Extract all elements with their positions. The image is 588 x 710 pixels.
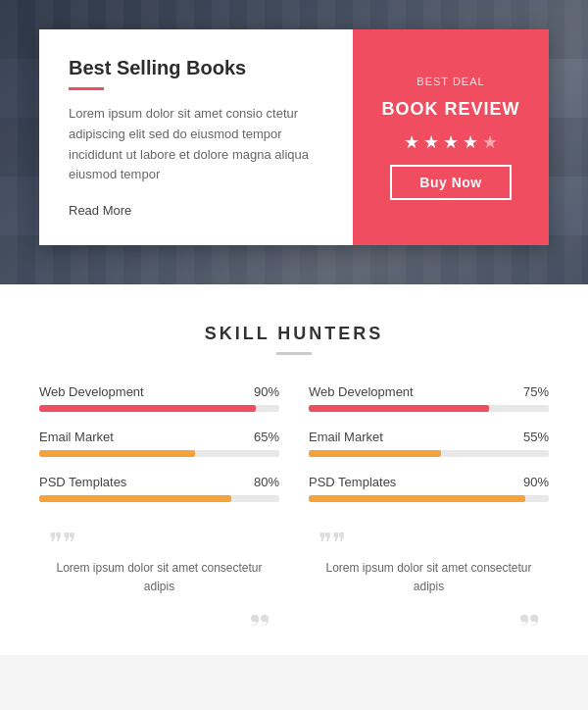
skill-header: PSD Templates 90% bbox=[309, 475, 549, 489]
skills-left-column: Web Development 90% Email Market 65% P bbox=[39, 384, 279, 520]
skill-item: Email Market 55% bbox=[309, 430, 549, 457]
testimonial-left: ❞❞ Lorem ipsum dolor sit amet consectetu… bbox=[39, 530, 279, 626]
quote-open-icon: ❞❞ bbox=[318, 530, 539, 555]
skill-bar-fill bbox=[39, 495, 231, 502]
skills-grid: Web Development 90% Email Market 65% P bbox=[39, 384, 549, 520]
skill-name: PSD Templates bbox=[39, 475, 126, 489]
skill-percent: 90% bbox=[254, 384, 279, 399]
skill-percent: 80% bbox=[254, 475, 279, 489]
star-rating: ★ ★ ★ ★ ★ bbox=[404, 131, 498, 153]
skill-name: PSD Templates bbox=[309, 475, 396, 489]
skill-item: PSD Templates 90% bbox=[309, 475, 549, 502]
quote-open-icon: ❞❞ bbox=[49, 530, 270, 555]
hero-card: Best Selling Books Lorem ipsum dolor sit… bbox=[39, 29, 549, 245]
testimonial-text: Lorem ipsum dolor sit amet consectetur a… bbox=[49, 559, 270, 596]
buy-now-button[interactable]: Buy Now bbox=[390, 165, 511, 200]
quote-close-icon: ❟❟ bbox=[49, 600, 270, 626]
star-3: ★ bbox=[443, 131, 459, 153]
skill-bar-bg bbox=[39, 450, 279, 457]
testimonial-right: ❞❞ Lorem ipsum dolor sit amet consectetu… bbox=[309, 530, 549, 626]
card-title-underline bbox=[69, 87, 104, 90]
star-1: ★ bbox=[404, 131, 419, 153]
star-5-empty: ★ bbox=[482, 131, 498, 153]
skill-bar-fill bbox=[39, 450, 195, 457]
skill-name: Email Market bbox=[39, 430, 114, 444]
skill-bar-fill bbox=[309, 450, 441, 457]
skill-item: Web Development 75% bbox=[309, 384, 549, 412]
skill-header: Email Market 55% bbox=[309, 430, 549, 444]
section-divider bbox=[276, 352, 312, 355]
skill-item: Web Development 90% bbox=[39, 384, 279, 412]
section-title: SKILL HUNTERS bbox=[39, 324, 549, 344]
skill-header: Web Development 90% bbox=[39, 384, 279, 399]
skill-name: Web Development bbox=[39, 384, 144, 399]
star-4: ★ bbox=[463, 131, 478, 153]
skill-bar-fill bbox=[39, 405, 256, 412]
skill-bar-bg bbox=[39, 495, 279, 502]
skill-name: Email Market bbox=[309, 430, 383, 444]
skill-item: PSD Templates 80% bbox=[39, 475, 279, 502]
skill-percent: 75% bbox=[523, 384, 549, 399]
skill-percent: 55% bbox=[523, 430, 549, 444]
card-description: Lorem ipsum dolor sit amet consio ctetur… bbox=[69, 104, 323, 193]
skills-right-column: Web Development 75% Email Market 55% P bbox=[309, 384, 549, 520]
skill-header: Web Development 75% bbox=[309, 384, 549, 399]
hero-section: Best Selling Books Lorem ipsum dolor sit… bbox=[0, 0, 588, 284]
book-review-title: BOOK REVIEW bbox=[381, 99, 519, 120]
skill-name: Web Development bbox=[309, 384, 414, 399]
skill-bar-fill bbox=[309, 495, 525, 502]
quote-close-icon: ❟❟ bbox=[318, 600, 539, 626]
skill-bar-bg bbox=[309, 495, 549, 502]
skill-percent: 90% bbox=[523, 475, 549, 489]
skill-item: Email Market 65% bbox=[39, 430, 279, 457]
skill-bar-fill bbox=[309, 405, 489, 412]
read-more-link[interactable]: Read More bbox=[69, 203, 323, 218]
hero-promo-panel: BEST DEAL BOOK REVIEW ★ ★ ★ ★ ★ Buy Now bbox=[353, 29, 549, 245]
testimonials-grid: ❞❞ Lorem ipsum dolor sit amet consectetu… bbox=[39, 530, 549, 626]
star-2: ★ bbox=[423, 131, 439, 153]
skill-percent: 65% bbox=[254, 430, 279, 444]
skill-bar-bg bbox=[309, 405, 549, 412]
skill-bar-bg bbox=[309, 450, 549, 457]
best-deal-label: BEST DEAL bbox=[416, 76, 484, 87]
skills-section: SKILL HUNTERS Web Development 90% Email … bbox=[0, 284, 588, 655]
skill-header: Email Market 65% bbox=[39, 430, 279, 444]
skill-header: PSD Templates 80% bbox=[39, 475, 279, 489]
testimonial-text: Lorem ipsum dolor sit amet consectetur a… bbox=[318, 559, 539, 596]
card-title: Best Selling Books bbox=[69, 57, 323, 79]
skill-bar-bg bbox=[39, 405, 279, 412]
hero-card-left: Best Selling Books Lorem ipsum dolor sit… bbox=[39, 29, 353, 245]
